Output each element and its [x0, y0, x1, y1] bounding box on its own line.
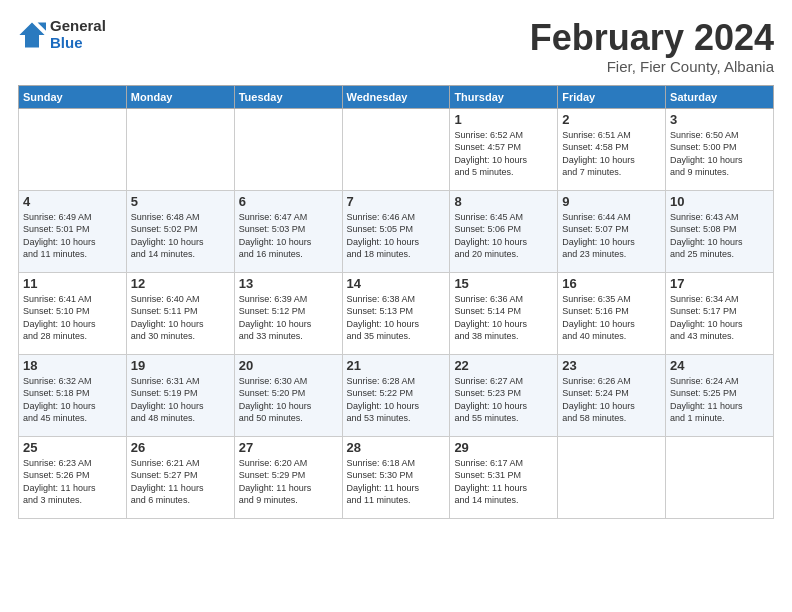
- table-row: 3Sunrise: 6:50 AM Sunset: 5:00 PM Daylig…: [666, 108, 774, 190]
- logo-icon: [18, 21, 46, 49]
- table-row: 28Sunrise: 6:18 AM Sunset: 5:30 PM Dayli…: [342, 436, 450, 518]
- day-info: Sunrise: 6:30 AM Sunset: 5:20 PM Dayligh…: [239, 375, 338, 425]
- day-info: Sunrise: 6:21 AM Sunset: 5:27 PM Dayligh…: [131, 457, 230, 507]
- table-row: [558, 436, 666, 518]
- day-info: Sunrise: 6:52 AM Sunset: 4:57 PM Dayligh…: [454, 129, 553, 179]
- day-number: 13: [239, 276, 338, 291]
- table-row: [19, 108, 127, 190]
- day-info: Sunrise: 6:23 AM Sunset: 5:26 PM Dayligh…: [23, 457, 122, 507]
- table-row: 15Sunrise: 6:36 AM Sunset: 5:14 PM Dayli…: [450, 272, 558, 354]
- col-thursday: Thursday: [450, 85, 558, 108]
- week-row-5: 25Sunrise: 6:23 AM Sunset: 5:26 PM Dayli…: [19, 436, 774, 518]
- day-number: 9: [562, 194, 661, 209]
- day-number: 8: [454, 194, 553, 209]
- title-block: February 2024 Fier, Fier County, Albania: [530, 18, 774, 75]
- day-info: Sunrise: 6:47 AM Sunset: 5:03 PM Dayligh…: [239, 211, 338, 261]
- day-number: 28: [347, 440, 446, 455]
- logo-text: General Blue: [50, 18, 106, 51]
- day-info: Sunrise: 6:40 AM Sunset: 5:11 PM Dayligh…: [131, 293, 230, 343]
- day-number: 1: [454, 112, 553, 127]
- day-number: 2: [562, 112, 661, 127]
- day-number: 4: [23, 194, 122, 209]
- day-number: 15: [454, 276, 553, 291]
- calendar-table: Sunday Monday Tuesday Wednesday Thursday…: [18, 85, 774, 519]
- day-info: Sunrise: 6:17 AM Sunset: 5:31 PM Dayligh…: [454, 457, 553, 507]
- day-info: Sunrise: 6:20 AM Sunset: 5:29 PM Dayligh…: [239, 457, 338, 507]
- day-number: 6: [239, 194, 338, 209]
- col-monday: Monday: [126, 85, 234, 108]
- day-info: Sunrise: 6:48 AM Sunset: 5:02 PM Dayligh…: [131, 211, 230, 261]
- table-row: 26Sunrise: 6:21 AM Sunset: 5:27 PM Dayli…: [126, 436, 234, 518]
- day-info: Sunrise: 6:34 AM Sunset: 5:17 PM Dayligh…: [670, 293, 769, 343]
- day-number: 27: [239, 440, 338, 455]
- logo-blue-text: Blue: [50, 35, 106, 52]
- table-row: 25Sunrise: 6:23 AM Sunset: 5:26 PM Dayli…: [19, 436, 127, 518]
- table-row: 2Sunrise: 6:51 AM Sunset: 4:58 PM Daylig…: [558, 108, 666, 190]
- col-friday: Friday: [558, 85, 666, 108]
- table-row: 6Sunrise: 6:47 AM Sunset: 5:03 PM Daylig…: [234, 190, 342, 272]
- table-row: 27Sunrise: 6:20 AM Sunset: 5:29 PM Dayli…: [234, 436, 342, 518]
- col-sunday: Sunday: [19, 85, 127, 108]
- day-number: 23: [562, 358, 661, 373]
- day-info: Sunrise: 6:18 AM Sunset: 5:30 PM Dayligh…: [347, 457, 446, 507]
- logo-general-text: General: [50, 18, 106, 35]
- table-row: 9Sunrise: 6:44 AM Sunset: 5:07 PM Daylig…: [558, 190, 666, 272]
- day-info: Sunrise: 6:49 AM Sunset: 5:01 PM Dayligh…: [23, 211, 122, 261]
- table-row: 13Sunrise: 6:39 AM Sunset: 5:12 PM Dayli…: [234, 272, 342, 354]
- table-row: 19Sunrise: 6:31 AM Sunset: 5:19 PM Dayli…: [126, 354, 234, 436]
- day-info: Sunrise: 6:43 AM Sunset: 5:08 PM Dayligh…: [670, 211, 769, 261]
- col-saturday: Saturday: [666, 85, 774, 108]
- calendar-subtitle: Fier, Fier County, Albania: [530, 58, 774, 75]
- table-row: 17Sunrise: 6:34 AM Sunset: 5:17 PM Dayli…: [666, 272, 774, 354]
- day-number: 26: [131, 440, 230, 455]
- table-row: 12Sunrise: 6:40 AM Sunset: 5:11 PM Dayli…: [126, 272, 234, 354]
- day-info: Sunrise: 6:38 AM Sunset: 5:13 PM Dayligh…: [347, 293, 446, 343]
- header-row: General Blue February 2024 Fier, Fier Co…: [18, 18, 774, 75]
- day-number: 5: [131, 194, 230, 209]
- week-row-2: 4Sunrise: 6:49 AM Sunset: 5:01 PM Daylig…: [19, 190, 774, 272]
- week-row-3: 11Sunrise: 6:41 AM Sunset: 5:10 PM Dayli…: [19, 272, 774, 354]
- col-tuesday: Tuesday: [234, 85, 342, 108]
- day-info: Sunrise: 6:32 AM Sunset: 5:18 PM Dayligh…: [23, 375, 122, 425]
- table-row: 10Sunrise: 6:43 AM Sunset: 5:08 PM Dayli…: [666, 190, 774, 272]
- day-info: Sunrise: 6:51 AM Sunset: 4:58 PM Dayligh…: [562, 129, 661, 179]
- table-row: 18Sunrise: 6:32 AM Sunset: 5:18 PM Dayli…: [19, 354, 127, 436]
- table-row: [666, 436, 774, 518]
- day-info: Sunrise: 6:24 AM Sunset: 5:25 PM Dayligh…: [670, 375, 769, 425]
- header-row-days: Sunday Monday Tuesday Wednesday Thursday…: [19, 85, 774, 108]
- table-row: 8Sunrise: 6:45 AM Sunset: 5:06 PM Daylig…: [450, 190, 558, 272]
- day-info: Sunrise: 6:27 AM Sunset: 5:23 PM Dayligh…: [454, 375, 553, 425]
- day-number: 21: [347, 358, 446, 373]
- day-number: 11: [23, 276, 122, 291]
- day-number: 10: [670, 194, 769, 209]
- table-row: 7Sunrise: 6:46 AM Sunset: 5:05 PM Daylig…: [342, 190, 450, 272]
- table-row: 21Sunrise: 6:28 AM Sunset: 5:22 PM Dayli…: [342, 354, 450, 436]
- day-info: Sunrise: 6:26 AM Sunset: 5:24 PM Dayligh…: [562, 375, 661, 425]
- table-row: 4Sunrise: 6:49 AM Sunset: 5:01 PM Daylig…: [19, 190, 127, 272]
- day-info: Sunrise: 6:50 AM Sunset: 5:00 PM Dayligh…: [670, 129, 769, 179]
- day-number: 17: [670, 276, 769, 291]
- day-number: 25: [23, 440, 122, 455]
- day-info: Sunrise: 6:45 AM Sunset: 5:06 PM Dayligh…: [454, 211, 553, 261]
- table-row: 29Sunrise: 6:17 AM Sunset: 5:31 PM Dayli…: [450, 436, 558, 518]
- day-info: Sunrise: 6:39 AM Sunset: 5:12 PM Dayligh…: [239, 293, 338, 343]
- calendar-container: General Blue February 2024 Fier, Fier Co…: [0, 0, 792, 529]
- day-number: 19: [131, 358, 230, 373]
- day-number: 16: [562, 276, 661, 291]
- table-row: 23Sunrise: 6:26 AM Sunset: 5:24 PM Dayli…: [558, 354, 666, 436]
- day-number: 7: [347, 194, 446, 209]
- table-row: [234, 108, 342, 190]
- day-number: 3: [670, 112, 769, 127]
- day-number: 20: [239, 358, 338, 373]
- day-number: 14: [347, 276, 446, 291]
- logo: General Blue: [18, 18, 106, 51]
- day-number: 12: [131, 276, 230, 291]
- day-info: Sunrise: 6:41 AM Sunset: 5:10 PM Dayligh…: [23, 293, 122, 343]
- week-row-1: 1Sunrise: 6:52 AM Sunset: 4:57 PM Daylig…: [19, 108, 774, 190]
- table-row: 16Sunrise: 6:35 AM Sunset: 5:16 PM Dayli…: [558, 272, 666, 354]
- day-number: 24: [670, 358, 769, 373]
- table-row: 22Sunrise: 6:27 AM Sunset: 5:23 PM Dayli…: [450, 354, 558, 436]
- table-row: 11Sunrise: 6:41 AM Sunset: 5:10 PM Dayli…: [19, 272, 127, 354]
- table-row: 5Sunrise: 6:48 AM Sunset: 5:02 PM Daylig…: [126, 190, 234, 272]
- table-row: [342, 108, 450, 190]
